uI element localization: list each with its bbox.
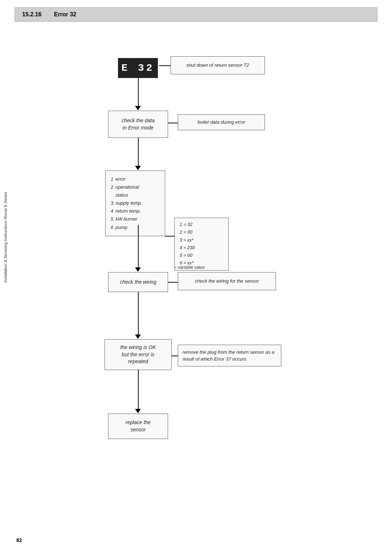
section-number: 15.2.16 [22,11,41,17]
boiler-data-annotation: boiler data during error [178,114,265,130]
arrow-5 [135,409,141,413]
check-data-box: check the data in Error mode [108,111,168,138]
section-title: Error 32 [54,11,76,17]
error-display: E 32 [118,58,158,78]
v-line-1 [138,78,139,107]
h-line-5 [172,356,178,356]
replace-sensor-box: replace the sensor [108,414,168,439]
list-item-6: 6pump [111,223,160,231]
h-line-2 [168,123,178,123]
value-1: 1 = 32 [180,221,223,229]
check-wiring-sensor-annotation: check the wiring for the sensor [178,272,276,290]
section-header: 15.2.16 Error 32 [15,7,377,22]
h-line-4 [168,282,178,283]
shutdown-annotation: shut down of return sensor T2 [171,56,265,74]
arrow-3 [135,267,141,272]
value-3: 3 ≈ xx* [180,237,223,244]
value-4: 4 ≈ 230 [180,244,223,252]
variable-note: ≈ variable value [174,265,205,270]
h-line-1 [159,65,171,66]
sidebar-label: Installation & Servicing Instructions Ri… [3,272,8,283]
v-line-3 [138,225,139,268]
list-item-5: 5kW burner [111,215,160,223]
list-item-3: 3supply temp. [111,199,160,207]
arrow-1 [135,106,141,110]
h-line-3 [165,236,174,237]
v-line-5 [138,370,139,410]
arrow-2 [135,166,141,170]
arrow-4 [135,335,141,339]
value-5: 5 = 00 [180,252,223,259]
list-box: 1error 2operational status 3supply temp.… [105,171,165,236]
flow-diagram: E 32 shut down of return sensor T2 check… [15,40,392,541]
v-line-2 [138,138,139,167]
wiring-ok-box: the wiring is OK but the error is repeat… [105,339,172,370]
list-item-2: 2operational status [111,183,160,199]
values-box: 1 = 32 2 = 00 3 ≈ xx* 4 ≈ 230 5 = 00 6 ≈… [174,218,229,271]
list-item-1: 1error [111,175,160,183]
value-2: 2 = 00 [180,229,223,236]
list-item-4: 4return temp. [111,207,160,215]
check-wiring-box: check the wiring [108,272,168,292]
v-line-4 [138,292,139,336]
remove-plug-annotation: remove the plug from the return sensor a… [178,345,281,366]
